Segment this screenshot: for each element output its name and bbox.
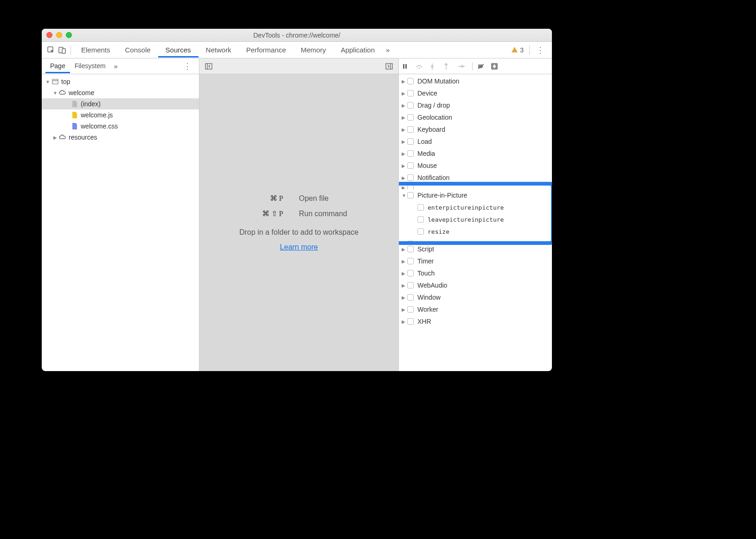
chevron-right-icon: ▶ [402,91,407,96]
tree-resources[interactable]: ▶ resources [42,132,199,143]
file-label: welcome.js [81,111,113,119]
checkbox[interactable] [407,102,414,109]
tree-domain[interactable]: ▼ welcome [42,87,199,98]
bp-category-mouse[interactable]: ▶Mouse [399,160,552,172]
svg-rect-19 [494,64,495,67]
navigator-menu-button[interactable]: ⋮ [179,61,195,71]
checkbox[interactable] [407,318,414,325]
bp-category-notification[interactable]: ▶Notification [399,172,552,184]
bp-category-label: Mouse [417,162,437,169]
bp-category-picture-in-picture[interactable]: ▼ Picture-in-Picture [399,189,552,201]
bp-category-label: WebAudio [417,282,447,289]
warnings-badge[interactable]: 3 [508,46,526,54]
minimize-window-button[interactable] [56,32,62,38]
chevron-right-icon: ▶ [402,283,407,288]
deactivate-breakpoints-icon[interactable] [477,63,487,70]
bp-category-geolocation[interactable]: ▶Geolocation [399,111,552,123]
bp-category-webaudio[interactable]: ▶WebAudio [399,279,552,291]
file--index-[interactable]: (index) [42,98,199,109]
bp-category-keyboard[interactable]: ▶Keyboard [399,123,552,135]
bp-category-media[interactable]: ▶Media [399,148,552,160]
chevron-right-icon: ▶ [402,151,407,156]
bp-event-leavepictureinpicture[interactable]: leavepictureinpicture [399,213,552,225]
bp-category-script[interactable]: ▶Script [399,243,552,255]
chevron-right-icon: ▶ [402,259,407,264]
bp-event-label: enterpictureinpicture [428,204,504,211]
checkbox[interactable] [407,162,414,169]
settings-menu-button[interactable]: ⋮ [532,45,548,55]
window-title: DevTools - chrome://welcome/ [42,32,552,39]
bp-category-window[interactable]: ▶Window [399,291,552,303]
bp-category-xhr[interactable]: ▶XHR [399,315,552,327]
bp-category-label: Load [417,138,432,145]
bp-category-touch[interactable]: ▶Touch [399,267,552,279]
svg-point-13 [432,68,433,69]
tab-memory[interactable]: Memory [294,42,333,58]
tab-application[interactable]: Application [333,42,382,58]
svg-rect-2 [62,49,65,53]
navigator-tab-filesystem[interactable]: Filesystem [70,59,110,73]
close-window-button[interactable] [46,32,52,38]
pause-on-exceptions-icon[interactable] [491,63,501,70]
checkbox[interactable] [407,192,414,199]
debugger-toolbar [399,58,552,74]
checkbox[interactable] [417,216,424,223]
tree-root[interactable]: ▼ top [42,76,199,87]
bp-category-label: Worker [417,306,438,313]
warning-count: 3 [520,46,524,54]
chevron-right-icon: ▶ [402,127,407,132]
bp-event-label: resize [428,228,449,235]
bp-category-dom-mutation[interactable]: ▶DOM Mutation [399,75,552,87]
toggle-navigator-icon[interactable] [203,62,214,71]
checkbox[interactable] [407,282,414,289]
step-icon[interactable] [457,63,468,70]
inspect-element-icon[interactable] [45,45,57,56]
checkbox[interactable] [407,246,414,252]
file-welcome-js[interactable]: welcome.js [42,109,199,121]
checkbox[interactable] [407,174,414,181]
tab-network[interactable]: Network [199,42,239,58]
checkbox[interactable] [407,90,414,96]
svg-point-11 [419,67,420,69]
chevron-right-icon: ▶ [402,115,407,120]
step-over-icon[interactable] [416,63,426,70]
checkbox[interactable] [407,78,414,84]
bp-category-label: Geolocation [417,114,452,121]
checkbox[interactable] [407,114,414,121]
checkbox[interactable] [407,138,414,145]
more-tabs-button[interactable]: » [382,46,393,54]
bp-category-device[interactable]: ▶Device [399,87,552,99]
bp-event-resize[interactable]: resize [399,225,552,237]
zoom-window-button[interactable] [66,32,72,38]
checkbox[interactable] [407,150,414,157]
checkbox[interactable] [417,228,424,235]
file-welcome-css[interactable]: welcome.css [42,121,199,132]
step-out-icon[interactable] [443,63,454,70]
tab-performance[interactable]: Performance [239,42,294,58]
navigator-tab-page[interactable]: Page [45,59,70,73]
clipped-row-below: ▶ x [399,237,552,243]
bp-category-worker[interactable]: ▶Worker [399,303,552,315]
checkbox[interactable] [407,270,414,276]
checkbox[interactable] [407,294,414,301]
navigator-more-button[interactable]: » [110,62,122,70]
bp-category-timer[interactable]: ▶Timer [399,255,552,267]
device-toolbar-icon[interactable] [57,45,68,56]
checkbox[interactable] [407,306,414,313]
tab-elements[interactable]: Elements [74,42,118,58]
learn-more-link[interactable]: Learn more [280,243,318,251]
tab-sources[interactable]: Sources [158,42,199,58]
bp-category-label: Keyboard [417,126,445,133]
tab-console[interactable]: Console [118,42,158,58]
bp-event-enterpictureinpicture[interactable]: enterpictureinpicture [399,201,552,213]
toggle-debugger-icon[interactable] [384,62,395,71]
pause-icon[interactable] [402,63,412,70]
bp-category-label: DOM Mutation [417,77,459,85]
checkbox[interactable] [407,258,414,264]
checkbox[interactable] [417,204,424,211]
svg-rect-10 [405,64,407,69]
bp-category-drag-drop[interactable]: ▶Drag / drop [399,99,552,111]
step-into-icon[interactable] [429,63,440,70]
bp-category-load[interactable]: ▶Load [399,135,552,148]
checkbox[interactable] [407,126,414,133]
